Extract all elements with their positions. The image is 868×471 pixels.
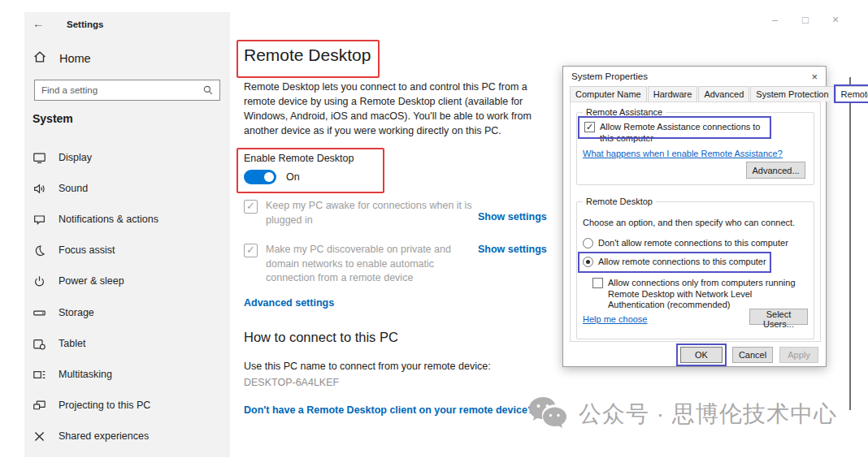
dialog-title: System Properties bbox=[571, 71, 648, 81]
enable-remote-desktop-toggle[interactable] bbox=[244, 170, 276, 184]
search-icon[interactable] bbox=[202, 84, 214, 96]
multitasking-icon bbox=[33, 368, 46, 382]
shared-experiences-icon bbox=[33, 430, 46, 443]
sidebar-item-display[interactable]: Display bbox=[24, 148, 230, 167]
sidebar-item-label: Shared experiences bbox=[59, 430, 149, 442]
ra-checkbox-row: ✓ Allow Remote Assistance connections to… bbox=[584, 122, 767, 144]
power-icon bbox=[33, 274, 46, 288]
select-users-button[interactable]: Select Users... bbox=[749, 309, 808, 325]
ra-checkbox-label[interactable]: Allow Remote Assistance connections to t… bbox=[600, 122, 767, 144]
sidebar-item-shared-experiences[interactable]: Shared experiences bbox=[24, 426, 230, 446]
keep-awake-checkbox[interactable]: ✓ bbox=[244, 200, 258, 214]
sidebar-item-label: Projecting to this PC bbox=[59, 400, 150, 411]
tab-advanced[interactable]: Advanced bbox=[698, 86, 749, 102]
page-description: Remote Desktop lets you connect to and c… bbox=[244, 80, 549, 138]
minimize-icon[interactable]: – bbox=[772, 14, 778, 26]
sidebar-item-focus-assist[interactable]: Focus assist bbox=[24, 240, 230, 260]
sidebar-item-storage[interactable]: Storage bbox=[24, 303, 230, 322]
remote-desktop-client-link[interactable]: Don't have a Remote Desktop client on yo… bbox=[244, 404, 534, 416]
sidebar-item-label: Tablet bbox=[59, 338, 85, 349]
toggle-knob bbox=[264, 172, 274, 182]
rd-radio-deny-row: Don't allow remote connections to this c… bbox=[583, 238, 802, 249]
how-to-connect-heading: How to connect to this PC bbox=[244, 330, 398, 345]
rd-radio-allow-label[interactable]: Allow remote connections to this compute… bbox=[598, 257, 766, 268]
ra-advanced-button[interactable]: Advanced... bbox=[746, 162, 805, 179]
dialog-close-icon[interactable]: × bbox=[811, 71, 818, 83]
storage-icon bbox=[33, 306, 46, 320]
search-input[interactable] bbox=[35, 85, 202, 95]
discoverable-checkbox[interactable]: ✓ bbox=[244, 244, 258, 257]
tab-remote[interactable]: Remote bbox=[835, 86, 868, 102]
cancel-button[interactable]: Cancel bbox=[732, 347, 773, 363]
rd-radio-deny-label[interactable]: Don't allow remote connections to this c… bbox=[598, 238, 788, 249]
discoverable-label[interactable]: Make my PC discoverable on private and d… bbox=[266, 243, 469, 286]
ok-button[interactable]: OK bbox=[680, 347, 723, 363]
close-icon[interactable]: × bbox=[832, 13, 839, 26]
rd-instruction-text: Choose an option, and then specify who c… bbox=[583, 218, 795, 229]
pc-name-value: DESKTOP-6A4LKEF bbox=[244, 377, 339, 388]
watermark: 公众号 · 思博伦技术中心 bbox=[527, 395, 837, 433]
focus-assist-icon bbox=[33, 244, 46, 257]
sidebar-item-label: Storage bbox=[59, 307, 94, 318]
rd-radio-allow[interactable] bbox=[583, 257, 593, 267]
projecting-icon bbox=[33, 399, 46, 413]
rd-radio-deny[interactable] bbox=[583, 238, 593, 248]
apply-button[interactable]: Apply bbox=[779, 347, 818, 363]
tablet-icon bbox=[33, 337, 46, 351]
nla-checkbox[interactable] bbox=[592, 278, 603, 288]
nla-checkbox-label[interactable]: Allow connections only from computers ru… bbox=[608, 278, 805, 311]
sidebar-item-label: Power & sleep bbox=[59, 275, 124, 287]
sidebar-item-home[interactable]: Home bbox=[33, 50, 91, 67]
home-icon bbox=[33, 50, 47, 67]
ra-checkbox[interactable]: ✓ bbox=[584, 122, 595, 132]
dialog-tabstrip: Computer Name Hardware Advanced System P… bbox=[570, 86, 868, 102]
sidebar-item-projecting[interactable]: Projecting to this PC bbox=[24, 395, 230, 415]
nla-checkbox-row: Allow connections only from computers ru… bbox=[592, 278, 805, 311]
show-settings-link-2[interactable]: Show settings bbox=[478, 244, 547, 255]
desktop: – □ × ← Settings Home System Display Sou… bbox=[0, 0, 868, 471]
remote-desktop-group-label: Remote Desktop bbox=[583, 197, 656, 206]
notifications-icon bbox=[33, 213, 46, 227]
sound-icon bbox=[33, 182, 46, 196]
page-title: Remote Desktop bbox=[244, 45, 371, 65]
search-box bbox=[34, 80, 220, 101]
maximize-icon[interactable]: □ bbox=[802, 14, 809, 26]
sidebar-item-label: Multitasking bbox=[59, 369, 112, 380]
keep-awake-label[interactable]: Keep my PC awake for connections when it… bbox=[266, 199, 472, 227]
show-settings-link-1[interactable]: Show settings bbox=[478, 211, 547, 223]
rd-radio-allow-row: Allow remote connections to this compute… bbox=[583, 257, 794, 268]
system-properties-dialog: System Properties × Computer Name Hardwa… bbox=[562, 66, 827, 367]
sidebar-home-label: Home bbox=[59, 52, 91, 65]
remote-assistance-group-label: Remote Assistance bbox=[583, 107, 666, 117]
advanced-settings-link[interactable]: Advanced settings bbox=[244, 297, 334, 309]
settings-sidebar: ← Settings Home System Display Sound Not… bbox=[24, 12, 230, 457]
display-icon bbox=[33, 151, 46, 165]
toggle-state-label: On bbox=[286, 171, 300, 183]
watermark-text: 公众号 · 思博伦技术中心 bbox=[579, 399, 837, 430]
pc-name-instruction: Use this PC name to connect from your re… bbox=[244, 361, 491, 372]
sidebar-item-power-sleep[interactable]: Power & sleep bbox=[24, 271, 230, 291]
sidebar-item-label: Display bbox=[59, 152, 92, 163]
back-arrow-icon[interactable]: ← bbox=[33, 17, 44, 30]
ra-help-link[interactable]: What happens when I enable Remote Assist… bbox=[583, 149, 783, 158]
sidebar-item-sound[interactable]: Sound bbox=[24, 179, 230, 198]
sidebar-item-tablet[interactable]: Tablet bbox=[24, 334, 230, 353]
rd-instruction: Choose an option, and then specify who c… bbox=[583, 218, 795, 229]
sidebar-item-multitasking[interactable]: Multitasking bbox=[24, 365, 230, 384]
app-title: Settings bbox=[67, 19, 103, 29]
sidebar-item-notifications[interactable]: Notifications & actions bbox=[24, 210, 230, 229]
sidebar-item-label: Sound bbox=[59, 183, 88, 194]
sidebar-item-label: Focus assist bbox=[59, 244, 115, 256]
tab-hardware[interactable]: Hardware bbox=[648, 86, 698, 102]
wechat-icon bbox=[527, 395, 570, 433]
sidebar-section-heading: System bbox=[33, 112, 73, 125]
tab-system-protection[interactable]: System Protection bbox=[750, 86, 834, 102]
scrollbar[interactable] bbox=[849, 77, 851, 410]
help-me-choose-link[interactable]: Help me choose bbox=[583, 314, 648, 324]
tab-computer-name[interactable]: Computer Name bbox=[570, 86, 647, 102]
sidebar-item-label: Notifications & actions bbox=[59, 214, 158, 225]
enable-remote-desktop-label: Enable Remote Desktop bbox=[244, 153, 354, 164]
